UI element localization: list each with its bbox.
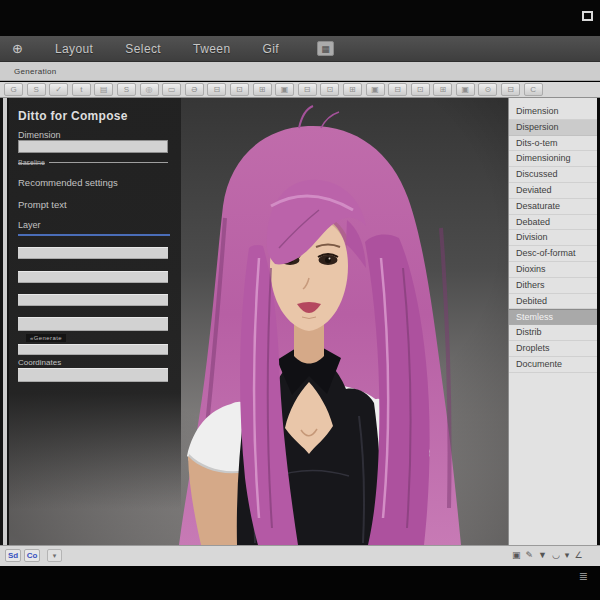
sidebar-item[interactable]: Documente — [509, 357, 597, 373]
sidebar-item[interactable]: Debated — [509, 215, 597, 231]
sidebar-item-selected[interactable]: Stemless — [509, 309, 597, 325]
maximize-button[interactable] — [582, 11, 593, 21]
window-grip-icon: ≣ — [579, 570, 588, 583]
text-input[interactable] — [18, 344, 168, 355]
sidebar-item[interactable]: Dits-o-tem — [509, 136, 597, 152]
tab-strip: Generation — [0, 62, 600, 81]
status-left-group: Sd Co ▾ — [5, 549, 62, 562]
dimension-label: Dimension — [18, 130, 61, 140]
text-input[interactable] — [18, 294, 168, 306]
generation-panel: Ditto for Compose Dimension Baseline Rec… — [9, 98, 181, 545]
toolbar-button[interactable]: C — [524, 83, 543, 96]
app-menu-icon[interactable]: ⊕ — [12, 41, 23, 56]
chevron-down-icon[interactable]: ▾ — [565, 549, 570, 562]
options-sidebar: Dimension Dispersion Dits-o-tem Dimensio… — [508, 98, 597, 545]
toolbar-button[interactable]: ⊟ — [501, 83, 520, 96]
sidebar-item[interactable]: Desaturate — [509, 199, 597, 215]
toolbar-button[interactable]: ⊡ — [320, 83, 339, 96]
sidebar-item[interactable]: Dimension — [509, 104, 597, 120]
recommended-settings-link[interactable]: Recommended settings — [18, 177, 118, 188]
app-window: ⊕ Layout Select Tween Gif ▦ Generation G… — [0, 0, 600, 600]
top-frame — [0, 0, 600, 36]
panel-title: Ditto for Compose — [18, 109, 128, 123]
toolbar-button[interactable]: ▣ — [275, 83, 294, 96]
toolbar: G S ✓ t ▤ S ◎ ▭ Ә ⊟ ⊡ ⊞ ▣ ⊟ ⊡ ⊞ ▣ ⊟ ⊡ ⊞ … — [0, 82, 600, 98]
text-input[interactable] — [18, 271, 168, 283]
arc-icon[interactable]: ◡ — [552, 549, 560, 562]
toolbar-button[interactable]: ⊟ — [298, 83, 317, 96]
menu-item-layout[interactable]: Layout — [55, 42, 93, 56]
toolbar-button[interactable]: ✓ — [49, 83, 68, 96]
tab-generation[interactable]: Generation — [14, 67, 57, 76]
sidebar-item[interactable]: Deviated — [509, 183, 597, 199]
status-sd-icon[interactable]: Sd — [5, 549, 21, 562]
sidebar-item[interactable]: Discussed — [509, 167, 597, 183]
menubar: ⊕ Layout Select Tween Gif ▦ — [0, 36, 600, 62]
sidebar-item[interactable]: Dispersion — [509, 120, 597, 136]
status-right-group: ▣ ✎ ▼ ◡ ▾ ∠ — [512, 549, 582, 562]
text-input[interactable] — [18, 247, 168, 259]
sidebar-item[interactable]: Distrib — [509, 325, 597, 341]
coordinates-label: Coordinates — [18, 358, 61, 367]
toolbar-button[interactable]: t — [72, 83, 91, 96]
toolbar-button[interactable]: ⊡ — [411, 83, 430, 96]
toolbar-button[interactable]: ◎ — [140, 83, 159, 96]
angle-icon[interactable]: ∠ — [574, 549, 582, 562]
bottom-frame: ≣ — [0, 566, 600, 600]
toolbar-button[interactable]: Ә — [185, 83, 204, 96]
toolbar-button[interactable]: S — [117, 83, 136, 96]
triangle-down-icon[interactable]: ▼ — [538, 549, 547, 562]
prompt-text-label: Prompt text — [18, 199, 67, 210]
baseline-divider-label: Baseline — [18, 159, 45, 166]
text-input[interactable] — [18, 317, 168, 331]
menu-item-select[interactable]: Select — [125, 42, 161, 56]
sidebar-item[interactable]: Desc-of-format — [509, 246, 597, 262]
sidebar-item[interactable]: Dioxins — [509, 262, 597, 278]
generate-button[interactable]: «Generate — [26, 334, 66, 342]
status-co-icon[interactable]: Co — [24, 549, 40, 562]
toolbar-button[interactable]: ▣ — [456, 83, 475, 96]
sidebar-item[interactable]: Dimensioning — [509, 151, 597, 167]
menu-item-tween[interactable]: Tween — [193, 42, 230, 56]
layer-label: Layer — [18, 220, 41, 230]
text-input[interactable] — [18, 368, 168, 382]
sidebar-item[interactable]: Dithers — [509, 278, 597, 294]
main-area: Ditto for Compose Dimension Baseline Rec… — [0, 98, 600, 545]
toolbar-button[interactable]: S — [27, 83, 46, 96]
toolbar-button[interactable]: ▤ — [94, 83, 113, 96]
toolbar-button[interactable]: ⊞ — [433, 83, 452, 96]
toolbar-button[interactable]: ⊞ — [253, 83, 272, 96]
toolbar-button[interactable]: ⊞ — [343, 83, 362, 96]
sidebar-item[interactable]: Droplets — [509, 341, 597, 357]
toolbar-button[interactable]: ⊟ — [388, 83, 407, 96]
sidebar-item[interactable]: Division — [509, 230, 597, 246]
toolbar-button[interactable]: ▭ — [162, 83, 181, 96]
status-dropdown[interactable]: ▾ — [47, 549, 62, 562]
image-frame-icon[interactable]: ▣ — [512, 549, 521, 562]
pencil-icon[interactable]: ✎ — [526, 549, 534, 562]
left-edge-strip — [3, 98, 7, 545]
canvas: Ditto for Compose Dimension Baseline Rec… — [9, 98, 508, 545]
dimension-input[interactable] — [18, 140, 168, 153]
sidebar-item[interactable]: Debited — [509, 294, 597, 310]
toolbar-button[interactable]: G — [4, 83, 23, 96]
status-bar: Sd Co ▾ ▣ ✎ ▼ ◡ ▾ ∠ — [0, 545, 600, 566]
toolbar-button[interactable]: ⊟ — [207, 83, 226, 96]
divider-line — [49, 162, 168, 163]
toolbar-button[interactable]: ⊙ — [478, 83, 497, 96]
baseline-divider: Baseline — [18, 159, 168, 166]
active-field-underline — [18, 234, 170, 236]
toolbar-button[interactable]: ⊡ — [230, 83, 249, 96]
toolbar-button[interactable]: ▣ — [366, 83, 385, 96]
panel-toggle-icon[interactable]: ▦ — [317, 41, 334, 56]
menu-item-gif[interactable]: Gif — [262, 42, 279, 56]
